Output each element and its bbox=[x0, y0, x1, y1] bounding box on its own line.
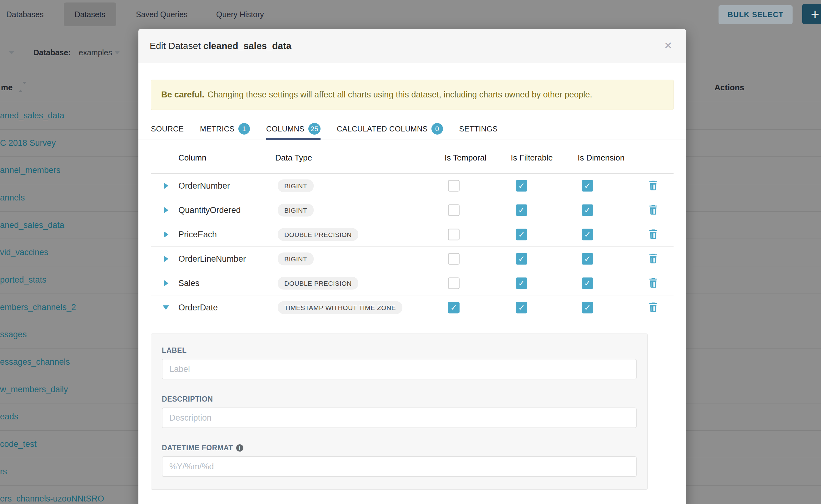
is-filterable-checkbox[interactable] bbox=[516, 253, 527, 264]
is-dimension-checkbox[interactable] bbox=[582, 277, 593, 289]
collapse-caret-icon[interactable] bbox=[163, 305, 169, 310]
tab-label: COLUMNS bbox=[266, 125, 304, 133]
nav-item-datasets-active[interactable]: Datasets bbox=[64, 2, 116, 26]
description-field-label: DESCRIPTION bbox=[162, 395, 637, 403]
nav-item-databases[interactable]: Databases bbox=[6, 0, 44, 29]
tab-label: CALCULATED COLUMNS bbox=[337, 125, 428, 133]
column-row: SalesDOUBLE PRECISION bbox=[151, 271, 674, 295]
sort-icon[interactable] bbox=[19, 84, 22, 91]
delete-column-icon[interactable] bbox=[649, 229, 658, 240]
database-filter-value[interactable]: examples bbox=[79, 48, 112, 57]
info-icon[interactable]: i bbox=[236, 444, 243, 452]
is-filterable-checkbox[interactable] bbox=[516, 204, 527, 216]
delete-column-icon[interactable] bbox=[649, 205, 658, 215]
is-dimension-checkbox[interactable] bbox=[582, 302, 593, 314]
column-header-is-dimension: Is Dimension bbox=[578, 153, 625, 163]
dataset-link[interactable]: ers_channels-uzooNNtSRO bbox=[0, 494, 104, 504]
delete-column-icon[interactable] bbox=[649, 278, 658, 288]
is-filterable-checkbox[interactable] bbox=[516, 302, 527, 314]
database-filter-label: Database: bbox=[33, 48, 71, 57]
is-temporal-checkbox[interactable] bbox=[448, 204, 460, 216]
is-filterable-checkbox[interactable] bbox=[516, 277, 527, 289]
tab-metrics[interactable]: METRICS1 bbox=[200, 123, 250, 140]
chevron-down-icon[interactable] bbox=[114, 51, 120, 54]
dataset-link[interactable]: rs bbox=[0, 467, 7, 477]
dataset-link[interactable]: annels bbox=[0, 193, 25, 203]
is-filterable-checkbox[interactable] bbox=[516, 180, 527, 191]
delete-column-icon[interactable] bbox=[649, 254, 658, 264]
dataset-link[interactable]: eads bbox=[0, 412, 18, 422]
data-type-pill: BIGINT bbox=[278, 179, 314, 192]
tab-calculated-columns[interactable]: CALCULATED COLUMNS0 bbox=[337, 123, 443, 140]
datetime-format-input[interactable] bbox=[162, 456, 637, 477]
is-temporal-checkbox[interactable] bbox=[448, 253, 460, 264]
dataset-link[interactable]: aned_sales_data bbox=[0, 220, 64, 230]
tab-settings[interactable]: SETTINGS bbox=[459, 123, 498, 140]
is-dimension-checkbox[interactable] bbox=[582, 180, 593, 191]
is-temporal-checkbox[interactable] bbox=[448, 229, 460, 240]
delete-column-icon[interactable] bbox=[649, 180, 658, 191]
name-column-header[interactable]: me bbox=[1, 73, 13, 102]
tab-columns[interactable]: COLUMNS25 bbox=[266, 123, 320, 140]
is-dimension-checkbox[interactable] bbox=[582, 229, 593, 240]
dataset-link[interactable]: C 2018 Survey bbox=[0, 138, 56, 148]
dataset-link[interactable]: aned_sales_data bbox=[0, 111, 64, 121]
modal-title: Edit Dataset cleaned_sales_data bbox=[150, 29, 291, 62]
expand-caret-icon[interactable] bbox=[164, 183, 168, 189]
label-field-label-text: LABEL bbox=[162, 346, 187, 355]
is-dimension-checkbox[interactable] bbox=[582, 253, 593, 264]
dataset-link[interactable]: ported_stats bbox=[0, 275, 47, 285]
column-header-column: Column bbox=[178, 153, 206, 163]
expand-caret-icon[interactable] bbox=[164, 256, 168, 262]
column-row: OrderDateTIMESTAMP WITHOUT TIME ZONE bbox=[151, 295, 674, 320]
expand-caret-icon[interactable] bbox=[164, 207, 168, 213]
column-name: OrderLineNumber bbox=[178, 254, 246, 264]
is-temporal-checkbox[interactable] bbox=[448, 180, 460, 191]
column-row: OrderNumberBIGINT bbox=[151, 174, 674, 198]
dataset-link[interactable]: essages_channels bbox=[0, 357, 70, 367]
close-icon[interactable]: ✕ bbox=[661, 29, 675, 62]
tab-label: SOURCE bbox=[151, 125, 184, 133]
nav-item-query-history[interactable]: Query History bbox=[216, 0, 264, 29]
column-name: QuantityOrdered bbox=[178, 205, 241, 215]
column-name: OrderNumber bbox=[178, 181, 230, 190]
dataset-link[interactable]: code_test bbox=[0, 439, 37, 449]
tab-count-badge: 25 bbox=[308, 123, 320, 135]
expand-caret-icon[interactable] bbox=[164, 280, 168, 286]
column-name: PriceEach bbox=[178, 230, 217, 239]
is-temporal-checkbox[interactable] bbox=[448, 277, 460, 289]
column-header-is-temporal: Is Temporal bbox=[445, 153, 487, 163]
is-filterable-checkbox[interactable] bbox=[516, 229, 527, 240]
data-type-pill: DOUBLE PRECISION bbox=[278, 228, 358, 241]
data-type-pill: BIGINT bbox=[278, 204, 314, 216]
modal-title-dataset-name: cleaned_sales_data bbox=[203, 41, 291, 51]
tab-count-badge: 1 bbox=[238, 123, 250, 135]
delete-column-icon[interactable] bbox=[649, 303, 658, 313]
label-input[interactable] bbox=[162, 359, 637, 379]
column-header-is-filterable: Is Filterable bbox=[511, 153, 553, 163]
dataset-link[interactable]: vid_vaccines bbox=[0, 248, 48, 257]
is-dimension-checkbox[interactable] bbox=[582, 204, 593, 216]
add-dataset-button[interactable]: + bbox=[802, 4, 821, 24]
dataset-link[interactable]: embers_channels_2 bbox=[0, 303, 76, 312]
nav-item-saved-queries[interactable]: Saved Queries bbox=[136, 0, 187, 29]
modal-tabs: SOURCEMETRICS1COLUMNS25CALCULATED COLUMN… bbox=[138, 123, 686, 140]
dataset-link[interactable]: ssages bbox=[0, 330, 27, 339]
description-field-label-text: DESCRIPTION bbox=[162, 395, 213, 403]
column-row: OrderLineNumberBIGINT bbox=[151, 247, 674, 271]
expand-caret-icon[interactable] bbox=[164, 231, 168, 238]
datetime-format-field-label: DATETIME FORMAT i bbox=[162, 444, 637, 452]
bulk-select-button[interactable]: BULK SELECT bbox=[719, 5, 793, 24]
dataset-link[interactable]: annel_members bbox=[0, 166, 61, 175]
filters-toolbar: Database: examples bbox=[0, 44, 138, 73]
warning-banner: Be careful. Changing these settings will… bbox=[151, 80, 674, 110]
description-field-section: DESCRIPTION bbox=[162, 395, 637, 428]
column-header-data-type: Data Type bbox=[275, 153, 312, 163]
tab-count-badge: 0 bbox=[432, 123, 443, 135]
tab-source[interactable]: SOURCE bbox=[151, 123, 184, 140]
chevron-down-icon[interactable] bbox=[9, 51, 14, 54]
is-temporal-checkbox[interactable] bbox=[448, 302, 460, 314]
dataset-link[interactable]: w_members_daily bbox=[0, 385, 68, 394]
data-type-pill: DOUBLE PRECISION bbox=[278, 277, 358, 289]
description-input[interactable] bbox=[162, 408, 637, 428]
